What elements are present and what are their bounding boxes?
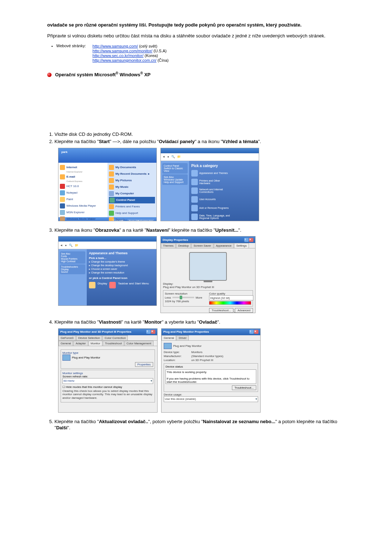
start-menu-screenshot: park Internet Internet Explorer E-mail O… bbox=[58, 148, 157, 221]
link-suffix: (celý svět) bbox=[138, 44, 157, 48]
appearance-themes-screenshot: ◄●🔍📁 See AlsoFontsMouse PointersHigh Con… bbox=[58, 236, 157, 306]
control-panel-screenshot: ◄●🔍📁 Control PanelSwitch to Classic View… bbox=[160, 148, 259, 221]
step-1: Vložte disk CD do jednotky CD-ROM. bbox=[54, 131, 345, 138]
step-3: Klepněte na ikonu "Obrazovka" a na kartě… bbox=[54, 227, 345, 234]
intro-bold: ovladače se pro různé operační systémy l… bbox=[47, 22, 345, 28]
section-heading: Operační systém Microsoft® Windows® XP bbox=[47, 71, 345, 77]
monitor-properties-screenshot: Plug and Play Monitor Properties?✕ Gener… bbox=[161, 328, 261, 413]
link-samsung-monitor[interactable]: http://www.samsung.com/monitor/ bbox=[93, 49, 152, 53]
web-label: Webové stránky: bbox=[56, 44, 86, 48]
link-sec[interactable]: http://www.sec.co.kr/monitor/ bbox=[93, 53, 144, 58]
link-suffix: (Korea) bbox=[143, 53, 158, 58]
link-samsungmonitor-cn[interactable]: http://www.samsungmonitor.com.cn/ bbox=[93, 58, 156, 62]
bullet-icon bbox=[47, 73, 52, 77]
display-properties-screenshot: Display Properties?✕ ThemesDesktopScreen… bbox=[160, 236, 256, 313]
step-2: Klepněte na tlačítko "Start" —>, dále na… bbox=[54, 138, 345, 145]
web-links-item: Webové stránky: http://www.samsung.com/ … bbox=[56, 44, 345, 63]
monitor-3dprophet-properties-screenshot: Plug and Play Monitor and 3D Prophet III… bbox=[58, 328, 158, 413]
step-5: Klepněte na tlačítko "Aktualizovat ovlad… bbox=[54, 418, 345, 431]
link-samsung[interactable]: http://www.samsung.com/ bbox=[93, 44, 138, 48]
link-suffix: (U.S.A) bbox=[152, 49, 167, 53]
step-4: Klepněte na tlačítko "Vlastnosti" na kar… bbox=[54, 319, 345, 325]
intro-para: Připravte si volnou disketu nebo určitou… bbox=[47, 33, 345, 39]
link-suffix: (Čína) bbox=[156, 58, 169, 62]
